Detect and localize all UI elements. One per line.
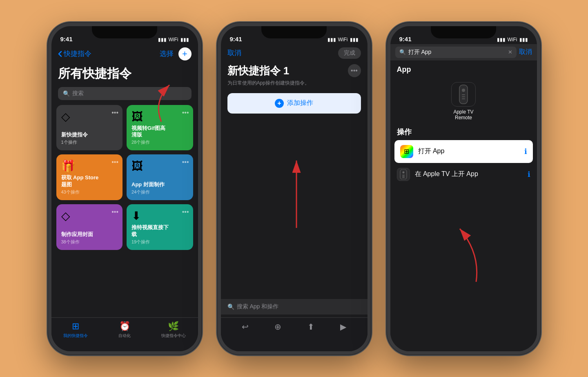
svg-point-8	[402, 171, 404, 173]
tab-gallery[interactable]: 🌿 快捷指令中心	[149, 321, 198, 339]
shortcut-subtitle-2: 为日常使用的App操作创建快捷指令。	[221, 80, 368, 93]
signal-icon-2: ▮▮▮	[327, 37, 336, 42]
shortcuts-grid: ••• ◇ 新快捷指令 1个操作 ••• 🖼 视频转Gif图高清版 28个操作 …	[51, 105, 198, 250]
card-name-1: 视频转Gif图高清版	[131, 125, 188, 139]
cancel-btn-3[interactable]: 取消	[519, 48, 532, 56]
apple-tv-remote-icon	[451, 82, 476, 107]
action-info-0[interactable]: ℹ	[524, 147, 527, 156]
bottom-toolbar-2: ↩ ⊕ ⬆ ▶	[221, 317, 368, 351]
action-row-open-app[interactable]: ⊞ 打开 App ℹ	[394, 140, 533, 163]
shortcut-title-2: 新快捷指令 1	[227, 64, 290, 78]
tab-label-shortcuts: 我的快捷指令	[63, 333, 88, 339]
tv-remote-small-icon	[399, 170, 408, 179]
top-blurred-bar: 🔍 打开 App ✕ 取消	[390, 44, 537, 60]
screen-2: 取消 完成 新快捷指令 1 ••• 为日常使用的App操作创建快捷指令。 + 添…	[221, 44, 368, 351]
card-more-0[interactable]: •••	[111, 109, 118, 116]
card-count-4: 38个操作	[61, 239, 118, 245]
status-time-1: 9:41	[60, 36, 73, 42]
action-info-1[interactable]: ℹ	[528, 170, 530, 179]
wifi-icon-2: WiFi	[338, 37, 348, 42]
wifi-icon: WiFi	[169, 37, 178, 42]
action-name-0: 打开 App	[418, 147, 519, 156]
nav-actions-1: 选择 +	[160, 47, 192, 60]
card-more-4[interactable]: •••	[111, 208, 118, 216]
section-header-ops: 操作	[390, 125, 537, 140]
card-count-1: 28个操作	[131, 139, 188, 145]
shortcut-card-1[interactable]: ••• 🖼 视频转Gif图高清版 28个操作	[127, 105, 193, 151]
card-name-2: 获取 App Store题图	[61, 174, 118, 188]
card-count-5: 19个操作	[131, 239, 188, 245]
action-name-1: 在 Apple TV 上开 App	[415, 170, 523, 178]
shortcut-card-4[interactable]: ••• ◇ 制作应用封面 38个操作	[56, 204, 123, 250]
card-count-0: 1个操作	[61, 139, 118, 145]
search-input-bar-3[interactable]: 🔍 打开 App ✕	[395, 47, 517, 58]
card-count-3: 24个操作	[131, 189, 188, 195]
more-btn-2[interactable]: •••	[348, 64, 361, 77]
notch-1	[92, 26, 157, 38]
wifi-icon-3: WiFi	[508, 37, 517, 42]
signal-icon-3: ▮▮▮	[497, 37, 506, 42]
search-bar-1[interactable]: 🔍 搜索	[58, 87, 192, 100]
card-more-1[interactable]: •••	[182, 109, 189, 116]
svg-rect-5	[462, 96, 465, 97]
status-icons-3: ▮▮▮ WiFi ▮▮▮	[497, 37, 528, 42]
back-chevron-icon	[58, 51, 62, 57]
tab-automation[interactable]: ⏰ 自动化	[100, 321, 149, 339]
arrow-2	[284, 150, 309, 232]
nav-select-btn[interactable]: 选择	[160, 49, 174, 58]
nav-cancel-btn-2[interactable]: 取消	[227, 48, 241, 58]
svg-point-3	[462, 89, 465, 92]
nav-add-btn[interactable]: +	[178, 47, 192, 60]
shortcut-card-5[interactable]: ••• ⬇ 推特视频直接下载 19个操作	[127, 204, 193, 250]
add-action-plus-icon: +	[275, 99, 284, 108]
notch-2	[261, 26, 327, 38]
search-icon-2: 🔍	[227, 303, 234, 310]
app-item-appletv[interactable]: Apple TVRemote	[390, 77, 537, 125]
tab-label-gallery: 快捷指令中心	[161, 333, 186, 339]
notch-3	[431, 26, 496, 38]
search-icon-1: 🔍	[63, 90, 70, 97]
card-name-5: 推特视频直接下载	[131, 224, 188, 238]
nav-bar-1: 快捷指令 选择 +	[51, 44, 198, 64]
card-icon-2: 🎁	[61, 159, 118, 173]
tab-icon-shortcuts: ⊞	[72, 321, 79, 332]
shortcut-card-3[interactable]: ••• 🖼 App 封面制作 24个操作	[127, 154, 193, 200]
card-icon-3: 🖼	[131, 159, 188, 173]
add-action-label: 添加操作	[287, 99, 313, 107]
screen-1: 快捷指令 选择 + 所有快捷指令 🔍 搜索 ••• ◇ 新快捷指令 1个操作	[51, 44, 198, 317]
svg-rect-6	[462, 98, 465, 99]
shortcut-card-2[interactable]: ••• 🎁 获取 App Store题图 43个操作	[56, 154, 123, 200]
play-icon[interactable]: ▶	[340, 322, 346, 332]
grid-icon: ⊞	[404, 147, 409, 155]
nav-back-label-1: 快捷指令	[64, 49, 91, 58]
nav-done-btn-2[interactable]: 完成	[338, 47, 361, 59]
svg-rect-10	[402, 176, 405, 177]
search-clear-icon[interactable]: ✕	[508, 49, 512, 55]
screen-3: 🔍 打开 App ✕ 取消 App Apple TVRemote 操作	[390, 44, 537, 351]
phone-3: 9:41 ▮▮▮ WiFi ▮▮▮ 🔍 打开 App ✕ 取消 App	[387, 23, 540, 355]
signal-icon: ▮▮▮	[158, 37, 167, 42]
section-header-app: App	[390, 60, 537, 77]
add-action-btn[interactable]: + 添加操作	[227, 93, 361, 114]
phone-1: 9:41 ▮▮▮ WiFi ▮▮▮ 快捷指令 选择 + 所有快捷指令 🔍 搜索	[48, 23, 201, 355]
status-time-3: 9:41	[399, 36, 412, 42]
card-icon-5: ⬇	[131, 209, 188, 223]
nav-back-1[interactable]: 快捷指令	[58, 49, 91, 58]
open-app-icon: ⊞	[400, 145, 413, 158]
shortcut-card-0[interactable]: ••• ◇ 新快捷指令 1个操作	[56, 105, 123, 151]
share-icon[interactable]: ⬆	[307, 322, 314, 332]
card-more-5[interactable]: •••	[182, 208, 189, 216]
undo-icon[interactable]: ↩	[242, 322, 249, 332]
search-placeholder-2: 搜索 App 和操作	[237, 303, 279, 310]
card-count-2: 43个操作	[61, 189, 118, 195]
action-row-apple-tv-app[interactable]: 在 Apple TV 上开 App ℹ	[390, 163, 537, 186]
card-more-3[interactable]: •••	[182, 158, 189, 166]
tab-label-automation: 自动化	[118, 333, 131, 339]
search-bar-2[interactable]: 🔍 搜索 App 和操作	[221, 299, 368, 315]
add-icon[interactable]: ⊕	[274, 322, 281, 332]
status-icons-2: ▮▮▮ WiFi ▮▮▮	[327, 37, 359, 42]
tab-my-shortcuts[interactable]: ⊞ 我的快捷指令	[51, 321, 100, 339]
status-time-2: 9:41	[230, 36, 242, 42]
card-more-2[interactable]: •••	[111, 158, 118, 166]
card-icon-0: ◇	[61, 110, 118, 123]
